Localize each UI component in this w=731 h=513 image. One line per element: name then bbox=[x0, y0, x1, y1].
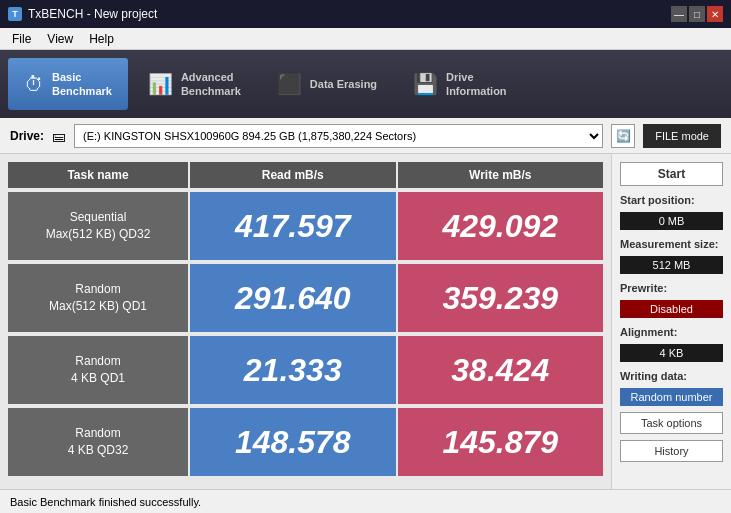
app-icon: T bbox=[8, 7, 22, 21]
maximize-button[interactable]: □ bbox=[689, 6, 705, 22]
alignment-label: Alignment: bbox=[620, 326, 723, 338]
start-button[interactable]: Start bbox=[620, 162, 723, 186]
task-name-2: Random Max(512 KB) QD1 bbox=[8, 264, 188, 332]
data-erasing-label: Data Erasing bbox=[310, 77, 377, 91]
status-message: Basic Benchmark finished successfully. bbox=[10, 496, 201, 508]
bench-header: Task name Read mB/s Write mB/s bbox=[8, 162, 603, 188]
start-position-value: 0 MB bbox=[620, 212, 723, 230]
title-bar-controls: — □ ✕ bbox=[671, 6, 723, 22]
col-write: Write mB/s bbox=[398, 162, 604, 188]
app-title: TxBENCH - New project bbox=[28, 7, 157, 21]
menu-help[interactable]: Help bbox=[81, 30, 122, 48]
minimize-button[interactable]: — bbox=[671, 6, 687, 22]
toolbar: ⏱ Basic Benchmark 📊 AdvancedBenchmark ⬛ … bbox=[0, 50, 731, 118]
close-button[interactable]: ✕ bbox=[707, 6, 723, 22]
write-value-3: 38.424 bbox=[398, 336, 604, 404]
col-task-name: Task name bbox=[8, 162, 188, 188]
drive-information-label: DriveInformation bbox=[446, 70, 507, 99]
write-value-2: 359.239 bbox=[398, 264, 604, 332]
drive-information-icon: 💾 bbox=[413, 72, 438, 96]
task-name-3: Random 4 KB QD1 bbox=[8, 336, 188, 404]
read-value-4: 148.578 bbox=[190, 408, 396, 476]
writing-data-label: Writing data: bbox=[620, 370, 723, 382]
task-options-button[interactable]: Task options bbox=[620, 412, 723, 434]
start-position-label: Start position: bbox=[620, 194, 723, 206]
title-bar-left: T TxBENCH - New project bbox=[8, 7, 157, 21]
drive-select[interactable]: (E:) KINGSTON SHSX100960G 894.25 GB (1,8… bbox=[74, 124, 603, 148]
measurement-size-value: 512 MB bbox=[620, 256, 723, 274]
read-value-3: 21.333 bbox=[190, 336, 396, 404]
drive-icon: 🖴 bbox=[52, 128, 66, 144]
data-erasing-icon: ⬛ bbox=[277, 72, 302, 96]
advanced-benchmark-label: AdvancedBenchmark bbox=[181, 70, 241, 99]
writing-data-value: Random number bbox=[620, 388, 723, 406]
menu-file[interactable]: File bbox=[4, 30, 39, 48]
task-name-1: Sequential Max(512 KB) QD32 bbox=[8, 192, 188, 260]
drive-information-button[interactable]: 💾 DriveInformation bbox=[397, 58, 523, 110]
advanced-benchmark-icon: 📊 bbox=[148, 72, 173, 96]
table-row: Random 4 KB QD1 21.333 38.424 bbox=[8, 336, 603, 404]
alignment-value: 4 KB bbox=[620, 344, 723, 362]
basic-benchmark-label: Basic Benchmark bbox=[52, 70, 112, 99]
task-name-4: Random 4 KB QD32 bbox=[8, 408, 188, 476]
table-row: Random Max(512 KB) QD1 291.640 359.239 bbox=[8, 264, 603, 332]
drive-label: Drive: bbox=[10, 129, 44, 143]
data-erasing-button[interactable]: ⬛ Data Erasing bbox=[261, 58, 393, 110]
menu-bar: File View Help bbox=[0, 28, 731, 50]
col-read: Read mB/s bbox=[190, 162, 396, 188]
measurement-size-label: Measurement size: bbox=[620, 238, 723, 250]
write-value-1: 429.092 bbox=[398, 192, 604, 260]
basic-benchmark-icon: ⏱ bbox=[24, 73, 44, 96]
read-value-1: 417.597 bbox=[190, 192, 396, 260]
history-button[interactable]: History bbox=[620, 440, 723, 462]
menu-view[interactable]: View bbox=[39, 30, 81, 48]
read-value-2: 291.640 bbox=[190, 264, 396, 332]
write-value-4: 145.879 bbox=[398, 408, 604, 476]
drive-bar: Drive: 🖴 (E:) KINGSTON SHSX100960G 894.2… bbox=[0, 118, 731, 154]
benchmark-table: Task name Read mB/s Write mB/s Sequentia… bbox=[0, 154, 611, 489]
advanced-benchmark-button[interactable]: 📊 AdvancedBenchmark bbox=[132, 58, 257, 110]
table-row: Random 4 KB QD32 148.578 145.879 bbox=[8, 408, 603, 476]
file-mode-button[interactable]: FILE mode bbox=[643, 124, 721, 148]
main-content: Task name Read mB/s Write mB/s Sequentia… bbox=[0, 154, 731, 489]
prewrite-label: Prewrite: bbox=[620, 282, 723, 294]
title-bar: T TxBENCH - New project — □ ✕ bbox=[0, 0, 731, 28]
refresh-button[interactable]: 🔄 bbox=[611, 124, 635, 148]
sidebar: Start Start position: 0 MB Measurement s… bbox=[611, 154, 731, 489]
table-row: Sequential Max(512 KB) QD32 417.597 429.… bbox=[8, 192, 603, 260]
status-bar: Basic Benchmark finished successfully. bbox=[0, 489, 731, 513]
basic-benchmark-button[interactable]: ⏱ Basic Benchmark bbox=[8, 58, 128, 110]
prewrite-value: Disabled bbox=[620, 300, 723, 318]
